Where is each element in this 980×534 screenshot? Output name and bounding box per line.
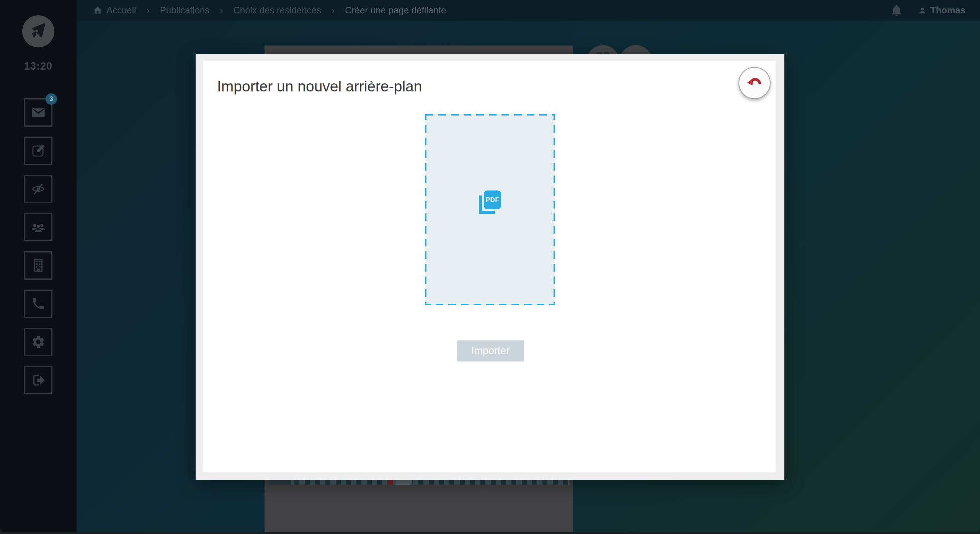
pdf-dropzone[interactable]: PDF xyxy=(425,114,555,305)
screen: 13:20 3 xyxy=(0,0,980,534)
import-background-modal: Importer un nouvel arrière-plan PDF Impo… xyxy=(196,54,784,480)
pdf-label: PDF xyxy=(484,190,501,209)
modal-title: Importer un nouvel arrière-plan xyxy=(217,79,422,94)
app-window: 13:20 3 xyxy=(0,0,980,532)
import-button[interactable]: Importer xyxy=(457,340,524,361)
close-modal-button[interactable] xyxy=(738,67,771,99)
undo-icon xyxy=(745,74,764,92)
pdf-file-icon: PDF xyxy=(479,190,501,215)
